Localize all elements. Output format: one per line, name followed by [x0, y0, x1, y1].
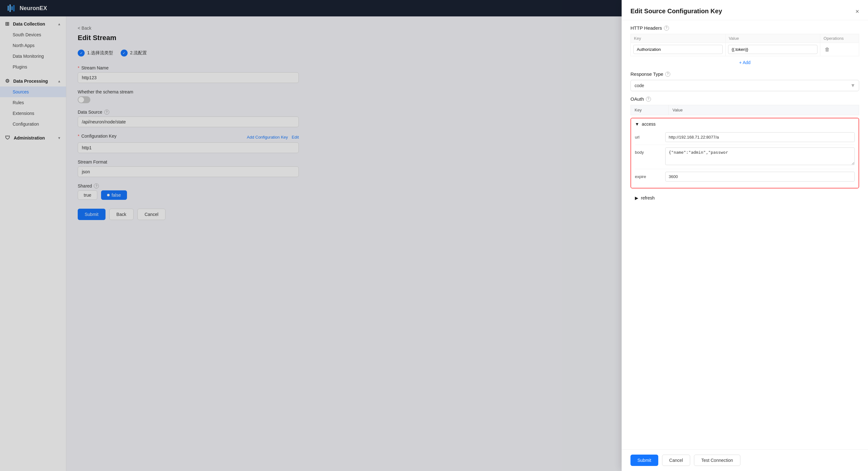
oauth-url-row: url: [635, 130, 855, 145]
header-ops-cell: 🗑: [820, 43, 859, 56]
oauth-label: OAuth: [630, 96, 644, 102]
http-headers-table: Key Value Operations 🗑: [630, 34, 859, 56]
access-collapse-group: ▼ access url body {"name":"admin","passw…: [630, 118, 859, 189]
oauth-expire-val: [665, 172, 855, 181]
refresh-collapse-header[interactable]: ▶ refresh: [631, 192, 859, 204]
access-chevron-icon: ▼: [635, 122, 639, 127]
oauth-body-val: {"name":"admin","passwor: [665, 147, 855, 166]
col-operations: Operations: [820, 34, 859, 43]
table-row: 🗑: [631, 43, 859, 56]
response-type-select[interactable]: code body header: [630, 80, 859, 91]
oauth-body-textarea[interactable]: {"name":"admin","passwor: [665, 147, 855, 165]
col-value: Value: [725, 34, 820, 43]
oauth-body-key: body: [635, 147, 660, 155]
oauth-table: Key Value: [630, 105, 859, 115]
oauth-section: OAuth ?: [630, 96, 859, 102]
oauth-col-value: Value: [669, 105, 859, 115]
http-headers-help-icon[interactable]: ?: [664, 26, 669, 31]
access-collapse-content: url body {"name":"admin","passwor expire: [631, 130, 859, 188]
modal-test-connection-button[interactable]: Test Connection: [694, 455, 740, 466]
response-type-label: Response Type: [630, 71, 663, 77]
oauth-url-val: [665, 132, 855, 142]
refresh-chevron-icon: ▶: [635, 195, 639, 200]
modal-header: Edit Source Configuration Key ×: [622, 0, 868, 20]
header-key-input[interactable]: [633, 45, 723, 54]
http-headers-label: HTTP Headers: [630, 25, 662, 31]
access-collapse-header[interactable]: ▼ access: [631, 119, 859, 130]
oauth-help-icon[interactable]: ?: [646, 97, 651, 102]
oauth-col-key: Key: [631, 105, 669, 115]
oauth-body-row: body {"name":"admin","passwor: [635, 145, 855, 169]
modal-footer: Submit Cancel Test Connection: [622, 449, 868, 471]
refresh-collapse-group: ▶ refresh: [630, 192, 859, 204]
modal-title: Edit Source Configuration Key: [630, 8, 722, 15]
header-key-cell: [631, 43, 725, 56]
oauth-expire-input[interactable]: [665, 172, 855, 181]
oauth-expire-row: expire: [635, 169, 855, 184]
modal-panel: Edit Source Configuration Key × HTTP Hea…: [622, 0, 868, 471]
response-type-help-icon[interactable]: ?: [665, 72, 670, 77]
oauth-url-input[interactable]: [665, 132, 855, 142]
add-header-button[interactable]: + Add: [630, 58, 859, 67]
access-group-label: access: [642, 122, 656, 127]
http-headers-section: HTTP Headers ?: [630, 25, 859, 31]
response-type-section: Response Type ?: [630, 71, 859, 77]
modal-submit-button[interactable]: Submit: [630, 455, 658, 466]
refresh-group-label: refresh: [641, 195, 655, 200]
oauth-url-key: url: [635, 132, 660, 139]
header-value-input[interactable]: [728, 45, 817, 54]
response-type-select-wrap: code body header ▼: [630, 80, 859, 91]
modal-close-button[interactable]: ×: [856, 8, 859, 14]
modal-cancel-button[interactable]: Cancel: [662, 455, 690, 466]
header-value-cell: [725, 43, 820, 56]
col-key: Key: [631, 34, 725, 43]
modal-body: HTTP Headers ? Key Value Operations: [622, 20, 868, 449]
oauth-expire-key: expire: [635, 172, 660, 179]
delete-header-button[interactable]: 🗑: [823, 46, 832, 53]
